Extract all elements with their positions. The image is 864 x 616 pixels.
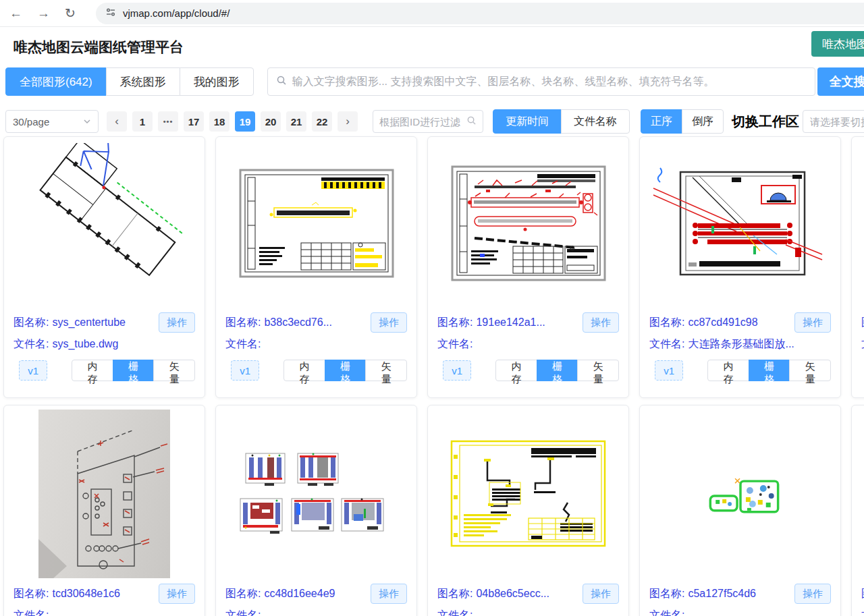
drawing-card-04b8e6c5ecc[interactable]: 图名称:04b8e6c5ecc... 操作 文件名: xyxy=(427,405,629,616)
sketch-photo xyxy=(38,410,170,578)
chevron-down-icon xyxy=(83,116,91,128)
account-button[interactable]: 唯杰地图 xyxy=(811,31,864,57)
page-ellipsis[interactable]: ••• xyxy=(158,111,178,132)
drawing-thumbnail[interactable] xyxy=(216,405,416,582)
search-box xyxy=(267,67,815,96)
drawing-name: 图名称:04b8e6c5ecc... xyxy=(437,587,549,601)
tab-my-drawings[interactable]: 我的图形 xyxy=(180,67,254,96)
address-bar[interactable]: vjmap.com/app/cloud/#/ xyxy=(96,3,864,24)
page-button-19-active[interactable]: 19 xyxy=(235,111,255,132)
tab-system-drawings[interactable]: 系统图形 xyxy=(106,67,180,96)
workspace-select[interactable] xyxy=(803,110,864,133)
drawing-name: 图名称: xyxy=(861,587,864,601)
drawing-thumbnail[interactable] xyxy=(216,137,416,311)
version-tag[interactable]: v1 xyxy=(19,360,47,381)
drawing-name: 图名称:cc48d16ee4e9 xyxy=(225,587,335,601)
drawing-card-191ee142a1[interactable]: 图名称:191ee142a1... 操作 文件名: v1 内存 栅格 矢量 xyxy=(427,136,629,398)
drawing-file: 文件名:大连路条形基础图放... xyxy=(640,334,840,354)
controls-row: 30/page ‹ 1 ••• 17 18 19 20 21 22 › 更新时间… xyxy=(5,109,864,134)
drawing-name: 图名称:b38c3ecd76... xyxy=(225,316,332,330)
drawing-thumbnail[interactable] xyxy=(852,405,864,582)
drawing-thumbnail[interactable] xyxy=(4,405,205,582)
drawing-file: 文件名: xyxy=(852,334,864,354)
drawing-file: 文件名:sys_tube.dwg xyxy=(4,334,205,354)
app-header: 唯杰地图云端图纸管理平台 唯杰地图 xyxy=(0,27,864,65)
mode-vector-button[interactable]: 矢量 xyxy=(153,360,195,381)
mode-raster-button[interactable]: 栅格 xyxy=(325,360,367,381)
drawing-card-cc48d16ee4e9[interactable]: 图名称:cc48d16ee4e9 操作 文件名: xyxy=(215,405,417,616)
page-size-value: 30/page xyxy=(13,116,49,128)
drawing-card-tcd30648e1c6[interactable]: 图名称:tcd30648e1c6 操作 文件名: xyxy=(3,405,205,616)
drawing-thumbnail[interactable] xyxy=(640,137,840,311)
card-action-button[interactable]: 操作 xyxy=(159,312,195,333)
mode-vector-button[interactable]: 矢量 xyxy=(365,360,407,381)
mode-vector-button[interactable]: 矢量 xyxy=(577,360,619,381)
sort-ascending-button[interactable]: 正序 xyxy=(641,109,682,134)
fulltext-search-button[interactable]: 全文搜索 xyxy=(817,67,864,96)
mode-memory-button[interactable]: 内存 xyxy=(284,360,325,381)
card-action-button[interactable]: 操作 xyxy=(159,584,195,604)
workspace-label: 切换工作区 xyxy=(732,113,799,131)
render-mode-group: 内存 栅格 矢量 xyxy=(284,360,407,381)
page-button-22[interactable]: 22 xyxy=(312,111,332,132)
drawing-card-cc87cd491c98[interactable]: 图名称:cc87cd491c98 操作 文件名:大连路条形基础图放... v1 … xyxy=(639,136,841,398)
drawing-card-partial[interactable]: 图名称: 操作 文件名: xyxy=(851,405,864,616)
next-page-button[interactable]: › xyxy=(338,111,358,132)
sort-order-group: 正序 倒序 xyxy=(641,109,724,134)
page-button-18[interactable]: 18 xyxy=(209,111,230,132)
mode-memory-button[interactable]: 内存 xyxy=(707,360,749,381)
site-info-icon[interactable] xyxy=(105,7,116,20)
drawing-card-sys-centertube[interactable]: 图名称:sys_centertube 操作 文件名:sys_tube.dwg v… xyxy=(3,136,205,398)
page-button-21[interactable]: 21 xyxy=(286,111,306,132)
drawing-file: 文件名: xyxy=(852,605,864,616)
mode-raster-button[interactable]: 栅格 xyxy=(749,360,790,381)
card-action-button[interactable]: 操作 xyxy=(371,584,407,604)
drawing-file: 文件名: xyxy=(428,334,628,354)
drawing-card-c5a127f5c4d6[interactable]: 图名称:c5a127f5c4d6 操作 文件名: xyxy=(639,405,841,616)
version-tag[interactable]: v1 xyxy=(655,360,683,381)
drawing-thumbnail[interactable] xyxy=(852,137,864,311)
card-action-button[interactable]: 操作 xyxy=(583,312,619,333)
filter-search-icon xyxy=(466,115,477,128)
drawing-card-b38c3ecd76[interactable]: 图名称:b38c3ecd76... 操作 文件名: v1 内存 栅格 矢量 xyxy=(215,136,417,398)
card-action-button[interactable]: 操作 xyxy=(794,312,831,333)
drawing-thumbnail[interactable] xyxy=(4,137,205,311)
version-tag[interactable]: v1 xyxy=(231,360,259,381)
sort-by-update-time-button[interactable]: 更新时间 xyxy=(493,109,562,134)
drawing-name: 图名称:191ee142a1... xyxy=(437,316,545,330)
page-title: 唯杰地图云端图纸管理平台 xyxy=(14,38,184,57)
filter-box xyxy=(373,110,483,133)
drawing-thumbnail[interactable] xyxy=(428,405,628,582)
card-action-button[interactable]: 操作 xyxy=(794,584,831,604)
prev-page-button[interactable]: ‹ xyxy=(107,111,127,132)
tab-all-drawings[interactable]: 全部图形(642) xyxy=(5,67,107,96)
render-mode-group: 内存 栅格 矢量 xyxy=(495,360,619,381)
mode-memory-button[interactable]: 内存 xyxy=(72,360,113,381)
drawing-thumbnail[interactable] xyxy=(640,405,840,582)
drawing-file: 文件名: xyxy=(428,605,628,616)
mode-vector-button[interactable]: 矢量 xyxy=(789,360,831,381)
drawing-file: 文件名: xyxy=(216,334,416,354)
forward-icon[interactable]: → xyxy=(37,7,50,20)
drawing-card-partial[interactable]: 图名称: 操作 文件名: v1 内存 栅格 矢量 xyxy=(851,136,864,398)
page-size-select[interactable]: 30/page xyxy=(5,110,99,133)
mode-raster-button[interactable]: 栅格 xyxy=(537,360,578,381)
page-button-17[interactable]: 17 xyxy=(184,111,204,132)
page-button-1[interactable]: 1 xyxy=(132,111,153,132)
mode-raster-button[interactable]: 栅格 xyxy=(113,360,155,381)
card-action-button[interactable]: 操作 xyxy=(371,312,407,333)
page-button-20[interactable]: 20 xyxy=(261,111,281,132)
mode-memory-button[interactable]: 内存 xyxy=(495,360,537,381)
search-input[interactable] xyxy=(292,76,807,88)
card-action-button[interactable]: 操作 xyxy=(583,584,619,604)
sort-descending-button[interactable]: 倒序 xyxy=(682,109,724,134)
reload-icon[interactable]: ↻ xyxy=(65,7,76,20)
version-tag[interactable]: v1 xyxy=(443,360,471,381)
drawing-thumbnail[interactable] xyxy=(428,137,628,311)
back-icon[interactable]: ← xyxy=(9,7,22,20)
browser-bar: ← → ↻ vjmap.com/app/cloud/#/ xyxy=(0,0,864,27)
sort-by-file-name-button[interactable]: 文件名称 xyxy=(561,109,630,134)
sort-field-group: 更新时间 文件名称 xyxy=(493,109,630,134)
drawing-id-filter-input[interactable] xyxy=(379,116,464,128)
drawing-file: 文件名: xyxy=(4,605,205,616)
